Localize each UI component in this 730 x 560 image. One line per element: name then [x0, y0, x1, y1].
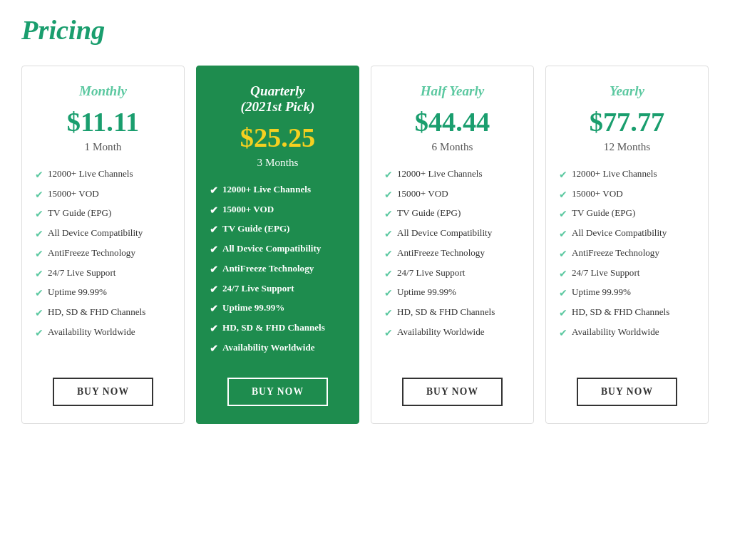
check-icon: ✔: [384, 267, 393, 281]
plan-features-yearly: ✔12000+ Live Channels✔15000+ VOD✔TV Guid…: [559, 167, 695, 361]
list-item: ✔All Device Compatibility: [210, 242, 346, 256]
plan-price-monthly: $11.11: [67, 106, 139, 138]
plan-duration-monthly: 1 Month: [85, 140, 122, 153]
check-icon: ✔: [210, 322, 218, 336]
list-item: ✔24/7 Live Support: [384, 266, 520, 281]
feature-text: 24/7 Live Support: [397, 266, 465, 279]
buy-now-button-yearly[interactable]: BUY NOW: [577, 378, 677, 406]
check-icon: ✔: [210, 283, 218, 296]
feature-text: 24/7 Live Support: [572, 266, 639, 279]
list-item: ✔12000+ Live Channels: [559, 167, 695, 182]
feature-text: Availability Worldwide: [397, 326, 485, 338]
feature-text: HD, SD & FHD Channels: [572, 306, 669, 318]
feature-text: HD, SD & FHD Channels: [397, 306, 495, 318]
feature-text: 12000+ Live Channels: [48, 167, 133, 180]
feature-text: HD, SD & FHD Channels: [48, 306, 145, 318]
list-item: ✔12000+ Live Channels: [35, 167, 171, 182]
check-icon: ✔: [384, 207, 393, 221]
plan-duration-quarterly: 3 Months: [257, 156, 299, 169]
feature-text: Uptime 99.99%: [48, 286, 107, 298]
list-item: ✔AntiFreeze Technology: [559, 247, 695, 261]
list-item: ✔Availability Worldwide: [35, 326, 171, 340]
feature-text: TV Guide (EPG): [222, 222, 289, 234]
feature-text: TV Guide (EPG): [572, 207, 635, 219]
check-icon: ✔: [559, 286, 567, 300]
feature-text: AntiFreeze Technology: [572, 247, 659, 259]
list-item: ✔Uptime 99.99%: [559, 286, 695, 300]
list-item: ✔AntiFreeze Technology: [384, 247, 520, 261]
check-icon: ✔: [35, 207, 43, 221]
plan-name-half-yearly: Half Yearly: [421, 83, 485, 99]
check-icon: ✔: [210, 204, 218, 217]
check-icon: ✔: [384, 188, 393, 202]
feature-text: Availability Worldwide: [48, 326, 135, 338]
check-icon: ✔: [35, 188, 43, 202]
feature-text: 15000+ VOD: [397, 187, 448, 199]
plan-card-yearly: Yearly$77.7712 Months✔12000+ Live Channe…: [545, 66, 709, 424]
plan-features-quarterly: ✔12000+ Live Channels✔15000+ VOD✔TV Guid…: [210, 183, 346, 361]
feature-text: 15000+ VOD: [572, 187, 623, 199]
check-icon: ✔: [559, 306, 567, 320]
plan-card-half-yearly: Half Yearly$44.446 Months✔12000+ Live Ch…: [371, 66, 534, 424]
feature-text: Uptime 99.99%: [222, 301, 284, 313]
plan-card-quarterly: Quarterly (2021st Pick)$25.253 Months✔12…: [196, 66, 359, 424]
buy-now-button-monthly[interactable]: BUY NOW: [53, 378, 153, 406]
list-item: ✔Uptime 99.99%: [210, 301, 346, 316]
check-icon: ✔: [559, 326, 567, 340]
plan-price-half-yearly: $44.44: [415, 106, 490, 138]
feature-text: 24/7 Live Support: [222, 282, 294, 294]
feature-text: 15000+ VOD: [48, 187, 99, 199]
feature-text: 12000+ Live Channels: [572, 167, 657, 180]
page-title: Pricing: [21, 14, 709, 46]
feature-text: 15000+ VOD: [222, 203, 274, 215]
feature-text: All Device Compatibility: [222, 242, 321, 254]
feature-text: AntiFreeze Technology: [222, 262, 314, 274]
plan-name-quarterly: Quarterly (2021st Pick): [241, 83, 315, 115]
feature-text: Uptime 99.99%: [397, 286, 456, 298]
feature-text: All Device Compatibility: [572, 227, 667, 239]
plan-name-monthly: Monthly: [79, 83, 127, 99]
check-icon: ✔: [210, 184, 218, 197]
list-item: ✔AntiFreeze Technology: [210, 262, 346, 276]
plan-duration-half-yearly: 6 Months: [432, 140, 473, 153]
list-item: ✔15000+ VOD: [210, 203, 346, 217]
buy-now-button-quarterly[interactable]: BUY NOW: [227, 378, 328, 406]
feature-text: TV Guide (EPG): [48, 207, 111, 219]
buy-now-button-half-yearly[interactable]: BUY NOW: [402, 378, 503, 406]
list-item: ✔HD, SD & FHD Channels: [35, 306, 171, 320]
list-item: ✔All Device Compatibility: [384, 227, 520, 241]
plan-duration-yearly: 12 Months: [604, 140, 650, 153]
check-icon: ✔: [35, 227, 43, 241]
check-icon: ✔: [35, 168, 43, 182]
check-icon: ✔: [559, 168, 567, 182]
list-item: ✔Availability Worldwide: [210, 341, 346, 356]
check-icon: ✔: [384, 168, 393, 182]
check-icon: ✔: [384, 326, 393, 340]
list-item: ✔24/7 Live Support: [210, 282, 346, 296]
feature-text: Availability Worldwide: [222, 341, 315, 353]
plan-features-monthly: ✔12000+ Live Channels✔15000+ VOD✔TV Guid…: [35, 167, 171, 361]
list-item: ✔HD, SD & FHD Channels: [559, 306, 695, 320]
check-icon: ✔: [384, 286, 393, 300]
list-item: ✔TV Guide (EPG): [559, 207, 695, 221]
feature-text: 24/7 Live Support: [48, 266, 115, 279]
list-item: ✔All Device Compatibility: [35, 227, 171, 241]
check-icon: ✔: [210, 223, 218, 237]
list-item: ✔Availability Worldwide: [384, 326, 520, 340]
list-item: ✔15000+ VOD: [559, 187, 695, 202]
plan-name-yearly: Yearly: [610, 83, 644, 99]
check-icon: ✔: [559, 188, 567, 202]
check-icon: ✔: [384, 227, 393, 241]
list-item: ✔All Device Compatibility: [559, 227, 695, 241]
feature-text: 12000+ Live Channels: [222, 183, 311, 195]
list-item: ✔AntiFreeze Technology: [35, 247, 171, 261]
plan-features-half-yearly: ✔12000+ Live Channels✔15000+ VOD✔TV Guid…: [384, 167, 520, 361]
list-item: ✔12000+ Live Channels: [384, 167, 520, 182]
check-icon: ✔: [384, 247, 393, 261]
list-item: ✔12000+ Live Channels: [210, 183, 346, 197]
list-item: ✔TV Guide (EPG): [384, 207, 520, 221]
plan-price-quarterly: $25.25: [240, 122, 316, 153]
list-item: ✔Availability Worldwide: [559, 326, 695, 340]
feature-text: All Device Compatibility: [397, 227, 492, 239]
check-icon: ✔: [559, 207, 567, 221]
